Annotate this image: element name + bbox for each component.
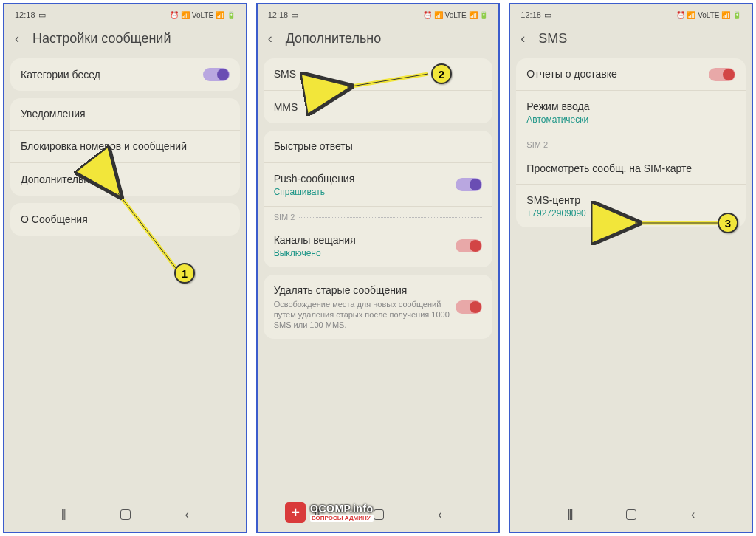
status-time: 12:18 (520, 10, 541, 19)
logo-sub-text: ВОПРОСЫ АДМИНУ (310, 515, 374, 522)
status-bar: 12:18▭ ⏰ 📶 VoLTE 📶 🔋 (4, 4, 246, 22)
row-block[interactable]: Блокировка номеров и сообщений (10, 131, 240, 163)
nav-bar: ||| ‹ (4, 499, 246, 532)
back-icon[interactable]: ‹ (518, 28, 528, 49)
nav-home-icon[interactable] (626, 509, 636, 520)
logo-cross-icon: + (285, 502, 306, 523)
row-advanced[interactable]: Дополнительно (10, 163, 240, 196)
back-icon[interactable]: ‹ (12, 28, 22, 49)
logo-badge: + OCOMP.info ВОПРОСЫ АДМИНУ (285, 502, 374, 523)
row-notifications[interactable]: Уведомления (10, 98, 240, 131)
sim2-label: SIM 2 (264, 207, 493, 224)
nav-home-icon[interactable] (374, 509, 384, 520)
sim2-label: SIM 2 (516, 134, 746, 152)
callout-2: 2 (431, 63, 452, 84)
row-sms[interactable]: SMS (264, 58, 493, 91)
nav-back-icon[interactable]: ‹ (438, 508, 441, 521)
row-push[interactable]: Push-сообщения Спрашивать (264, 163, 493, 207)
toggle-delivery[interactable] (709, 68, 735, 81)
status-bar: 12:18▭ ⏰ 📶 VoLTE 📶 🔋 (258, 4, 499, 22)
row-delete-old[interactable]: Удалять старые сообщения Освобождение ме… (264, 275, 493, 339)
status-icons: ⏰ 📶 VoLTE 📶 🔋 (676, 11, 741, 19)
phone-screen-3: 12:18▭ ⏰ 📶 VoLTE 📶 🔋 ‹ SMS Отчеты о дост… (509, 3, 753, 533)
callout-3: 3 (718, 213, 738, 233)
nav-back-icon[interactable]: ‹ (185, 508, 189, 521)
nav-back-icon[interactable]: ‹ (691, 508, 695, 521)
row-broadcast[interactable]: Каналы вещания Выключено (264, 224, 493, 267)
toggle-broadcast[interactable] (456, 239, 482, 252)
status-bar: 12:18▭ ⏰ 📶 VoLTE 📶 🔋 (510, 4, 752, 22)
toggle-delete-old[interactable] (456, 300, 482, 314)
page-title: Настройки сообщений (32, 31, 171, 47)
row-about[interactable]: О Сообщения (10, 203, 240, 236)
status-screenshot-icon: ▭ (544, 10, 551, 20)
row-quick-replies[interactable]: Быстрые ответы (264, 131, 493, 163)
nav-recent-icon[interactable]: ||| (61, 508, 66, 521)
phone-screen-1: 12:18▭ ⏰ 📶 VoLTE 📶 🔋 ‹ Настройки сообщен… (3, 3, 247, 533)
toggle-push[interactable] (456, 178, 482, 191)
page-title: Дополнительно (286, 31, 382, 47)
row-input-mode[interactable]: Режим ввода Автоматически (516, 91, 746, 134)
header: ‹ SMS (510, 22, 752, 58)
toggle-categories[interactable] (203, 68, 230, 81)
row-sms-center[interactable]: SMS-центр +79272909090 (516, 185, 746, 227)
status-screenshot-icon: ▭ (291, 10, 298, 20)
header: ‹ Дополнительно (258, 22, 499, 58)
header: ‹ Настройки сообщений (4, 22, 246, 58)
nav-bar: ||| ‹ (510, 499, 752, 532)
callout-1: 1 (174, 263, 195, 284)
phone-screen-2: 12:18▭ ⏰ 📶 VoLTE 📶 🔋 ‹ Дополнительно SMS… (256, 3, 501, 533)
nav-home-icon[interactable] (120, 509, 131, 520)
row-mms[interactable]: MMS (264, 91, 493, 123)
logo-main-text: OCOMP.info (310, 504, 374, 514)
nav-recent-icon[interactable]: ||| (567, 508, 571, 521)
row-view-sim[interactable]: Просмотреть сообщ. на SIM-карте (516, 152, 746, 185)
status-icons: ⏰ 📶 VoLTE 📶 🔋 (423, 11, 488, 19)
status-time: 12:18 (15, 10, 35, 19)
status-icons: ⏰ 📶 VoLTE 📶 🔋 (170, 11, 235, 19)
page-title: SMS (538, 31, 567, 47)
status-time: 12:18 (268, 10, 289, 19)
back-icon[interactable]: ‹ (265, 28, 275, 49)
status-screenshot-icon: ▭ (38, 10, 46, 20)
row-delivery-reports[interactable]: Отчеты о доставке (516, 58, 746, 91)
row-categories[interactable]: Категории бесед (10, 58, 240, 91)
